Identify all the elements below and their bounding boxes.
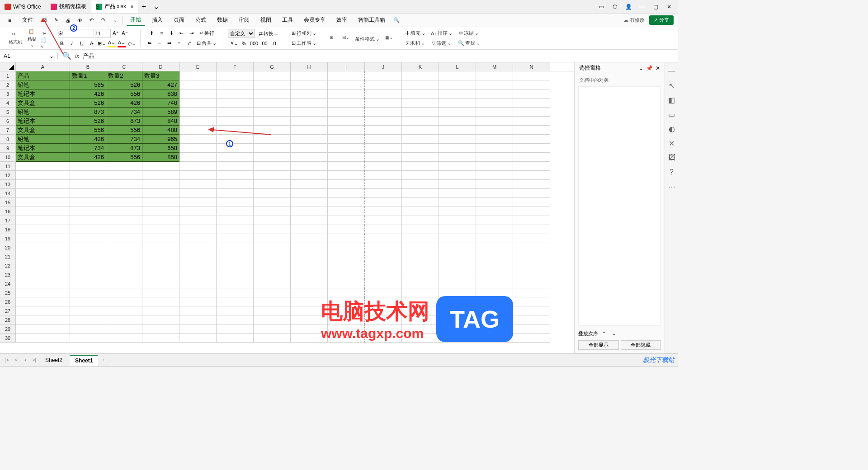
cell-F14[interactable] bbox=[217, 189, 254, 198]
fill-color-button[interactable]: A⌄ bbox=[108, 39, 116, 47]
cell-J21[interactable] bbox=[365, 252, 402, 261]
cell-M23[interactable] bbox=[476, 270, 513, 279]
cell-N30[interactable] bbox=[513, 334, 550, 343]
cell-H27[interactable] bbox=[291, 306, 328, 315]
cell-I1[interactable] bbox=[328, 71, 365, 80]
show-all-button[interactable]: 全部显示 bbox=[578, 340, 619, 350]
layout-icon[interactable]: ▭ bbox=[668, 110, 676, 118]
cell-B4[interactable]: 526 bbox=[70, 99, 106, 108]
search-icon[interactable]: 🔍 bbox=[392, 16, 401, 24]
cell-F19[interactable] bbox=[217, 234, 254, 243]
cell-E11[interactable] bbox=[179, 162, 217, 171]
cell-L12[interactable] bbox=[439, 171, 476, 180]
cell-L28[interactable] bbox=[439, 315, 476, 324]
wrap-button[interactable]: ↵ 换行 bbox=[198, 29, 216, 38]
cell-I10[interactable] bbox=[328, 153, 365, 162]
cell-L25[interactable] bbox=[439, 288, 476, 297]
cell-G14[interactable] bbox=[254, 189, 291, 198]
cell-B5[interactable]: 873 bbox=[70, 108, 106, 117]
move-down-icon[interactable]: ⌄ bbox=[610, 329, 618, 338]
cell-D4[interactable]: 748 bbox=[142, 99, 179, 108]
maximize-button[interactable]: ▢ bbox=[651, 2, 660, 11]
cell-B6[interactable]: 526 bbox=[70, 117, 106, 126]
cell-N4[interactable] bbox=[513, 99, 550, 108]
cell-C2[interactable]: 526 bbox=[106, 80, 142, 89]
cell-M19[interactable] bbox=[476, 234, 513, 243]
col-header-G[interactable]: G bbox=[254, 62, 291, 71]
cell-K27[interactable] bbox=[402, 306, 439, 315]
cell-H19[interactable] bbox=[291, 234, 328, 243]
cell-N16[interactable] bbox=[513, 207, 550, 216]
cell-J18[interactable] bbox=[365, 225, 402, 234]
cell-G3[interactable] bbox=[254, 89, 291, 99]
collapse-icon[interactable]: — bbox=[668, 67, 676, 75]
cell-C1[interactable]: 数量2 bbox=[106, 71, 142, 80]
cell-F5[interactable] bbox=[217, 108, 254, 117]
cell-E23[interactable] bbox=[179, 270, 217, 279]
cell-M21[interactable] bbox=[476, 252, 513, 261]
fill-button[interactable]: ⬇ 填充⌄ bbox=[404, 29, 427, 38]
cell-M20[interactable] bbox=[476, 243, 513, 252]
style-icon[interactable]: ◧ bbox=[668, 96, 676, 104]
cell-H28[interactable] bbox=[291, 315, 328, 324]
border-button[interactable]: ⊞⌄ bbox=[98, 39, 106, 47]
cell-G26[interactable] bbox=[254, 297, 291, 306]
cell-H17[interactable] bbox=[291, 216, 328, 225]
cell-B26[interactable] bbox=[70, 297, 106, 306]
cell-H11[interactable] bbox=[291, 162, 328, 171]
cell-B20[interactable] bbox=[70, 243, 106, 252]
cell-L1[interactable] bbox=[439, 71, 476, 80]
cell-K11[interactable] bbox=[402, 162, 439, 171]
cell-B11[interactable] bbox=[70, 162, 106, 171]
convert-button[interactable]: ⇄ 转换⌄ bbox=[257, 29, 280, 38]
cell-D2[interactable]: 427 bbox=[142, 80, 179, 89]
cell-D15[interactable] bbox=[142, 198, 179, 207]
cell-K10[interactable] bbox=[402, 153, 439, 162]
cell-E14[interactable] bbox=[179, 189, 217, 198]
col-header-D[interactable]: D bbox=[142, 62, 179, 71]
cell-A16[interactable] bbox=[16, 207, 70, 216]
cell-H12[interactable] bbox=[291, 171, 328, 180]
cell-B25[interactable] bbox=[70, 288, 106, 297]
cell-J6[interactable] bbox=[365, 117, 402, 126]
sheet-tab-sheet2[interactable]: Sheet2 bbox=[40, 355, 68, 365]
cell-K8[interactable] bbox=[402, 135, 439, 144]
cell-F4[interactable] bbox=[217, 99, 254, 108]
cell-L20[interactable] bbox=[439, 243, 476, 252]
row-header-26[interactable]: 26 bbox=[0, 297, 16, 306]
cell-B30[interactable] bbox=[70, 334, 106, 343]
cell-A14[interactable] bbox=[16, 189, 70, 198]
cell-M18[interactable] bbox=[476, 225, 513, 234]
cell-C26[interactable] bbox=[106, 297, 142, 306]
cell-I24[interactable] bbox=[328, 279, 365, 288]
cell-N26[interactable] bbox=[513, 297, 550, 306]
cell-J22[interactable] bbox=[365, 261, 402, 270]
cell-C23[interactable] bbox=[106, 270, 142, 279]
cell-J8[interactable] bbox=[365, 135, 402, 144]
cell-B24[interactable] bbox=[70, 279, 106, 288]
cell-B28[interactable] bbox=[70, 315, 106, 324]
cell-B19[interactable] bbox=[70, 234, 106, 243]
cell-L3[interactable] bbox=[439, 89, 476, 99]
cell-K28[interactable] bbox=[402, 315, 439, 324]
cell-K2[interactable] bbox=[402, 80, 439, 89]
cell-G18[interactable] bbox=[254, 225, 291, 234]
cell-D19[interactable] bbox=[142, 234, 179, 243]
cell-D28[interactable] bbox=[142, 315, 179, 324]
image-icon[interactable]: 🖼 bbox=[668, 154, 676, 162]
align-top-icon[interactable]: ⬆ bbox=[148, 29, 156, 37]
cell-B2[interactable]: 565 bbox=[70, 80, 106, 89]
cell-A11[interactable] bbox=[16, 162, 70, 171]
table-style-icon[interactable]: ▦⌄ bbox=[383, 34, 394, 43]
cell-D9[interactable]: 658 bbox=[142, 144, 179, 153]
cell-L16[interactable] bbox=[439, 207, 476, 216]
cell-H26[interactable] bbox=[291, 297, 328, 306]
percent-icon[interactable]: % bbox=[240, 39, 248, 47]
cell-N7[interactable] bbox=[513, 126, 550, 135]
cell-C7[interactable]: 556 bbox=[106, 126, 142, 135]
cell-C11[interactable] bbox=[106, 162, 142, 171]
cell-I6[interactable] bbox=[328, 117, 365, 126]
cell-F24[interactable] bbox=[217, 279, 254, 288]
cell-G28[interactable] bbox=[254, 315, 291, 324]
cell-D7[interactable]: 488 bbox=[142, 126, 179, 135]
